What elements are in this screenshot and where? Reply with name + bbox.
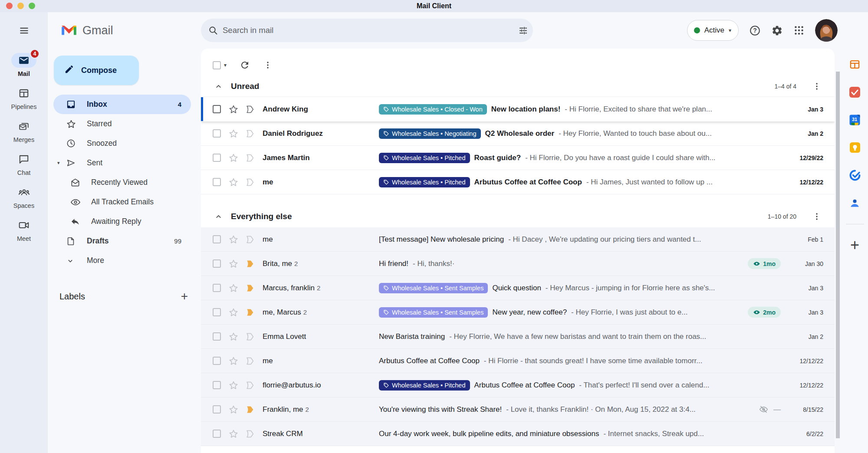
streak-box-icon[interactable]: [245, 235, 255, 244]
nav-item-recently-viewed[interactable]: Recently Viewed: [53, 173, 191, 192]
row-checkbox[interactable]: [213, 105, 221, 113]
star-icon[interactable]: [228, 104, 239, 115]
refresh-icon[interactable]: [240, 60, 250, 70]
contacts-icon[interactable]: [846, 194, 864, 212]
row-checkbox[interactable]: [213, 308, 221, 316]
apps-grid-icon[interactable]: [793, 25, 805, 36]
email-row[interactable]: Daniel RodriguezWholesale Sales • Negoti…: [201, 121, 835, 146]
streak-box-icon[interactable]: [245, 332, 255, 341]
close-window-button[interactable]: [6, 3, 13, 9]
streak-box-icon[interactable]: [245, 405, 255, 414]
star-icon[interactable]: [228, 356, 239, 366]
row-checkbox[interactable]: [213, 381, 221, 389]
star-icon[interactable]: [228, 177, 239, 187]
row-checkbox[interactable]: [213, 259, 221, 268]
calendar-icon[interactable]: 31: [846, 111, 864, 128]
select-dropdown-icon[interactable]: ▾: [224, 62, 227, 68]
streak-box-icon[interactable]: [245, 429, 255, 439]
row-checkbox[interactable]: [213, 129, 221, 138]
row-checkbox[interactable]: [213, 178, 221, 186]
rail-item-pipelines[interactable]: Pipelines: [11, 86, 37, 110]
email-row[interactable]: meArbutus Coffee at Coffee Coop- Hi Flor…: [201, 349, 835, 373]
streak-box-icon[interactable]: [245, 153, 255, 163]
email-row[interactable]: Franklin, me2You're viewing this with St…: [201, 397, 835, 422]
email-row[interactable]: Andrew KingWholesale Sales • Closed - Wo…: [201, 97, 835, 121]
expander-caret-icon[interactable]: ▾: [57, 160, 60, 166]
maximize-window-button[interactable]: [29, 3, 35, 9]
tasks-icon[interactable]: [846, 167, 864, 184]
rail-item-chat[interactable]: Chat: [11, 152, 36, 176]
section-more-options-icon[interactable]: [812, 82, 822, 91]
rail-item-mail[interactable]: 4Mail: [11, 53, 36, 77]
select-all-checkbox[interactable]: [213, 61, 221, 69]
email-row[interactable]: James MartinWholesale Sales • PitchedRoa…: [201, 146, 835, 170]
section-more-options-icon[interactable]: [812, 212, 822, 221]
row-checkbox[interactable]: [213, 284, 221, 292]
row-checkbox[interactable]: [213, 405, 221, 414]
email-row[interactable]: florrie@arbutus.ioWholesale Sales • Pitc…: [201, 373, 835, 397]
help-icon[interactable]: ?: [749, 25, 761, 36]
compose-button[interactable]: Compose: [54, 56, 139, 85]
nav-item-snoozed[interactable]: Snoozed: [53, 134, 191, 153]
email-row[interactable]: Brita, me2Hi friend!- Hi, thanks!·1moJan…: [201, 252, 835, 276]
gmail-logo[interactable]: Gmail: [48, 21, 201, 39]
star-icon[interactable]: [228, 307, 239, 318]
email-row[interactable]: Emma LovettNew Barista training- Hey Flo…: [201, 325, 835, 349]
more-options-icon[interactable]: [263, 60, 273, 70]
collapse-section-icon[interactable]: [214, 212, 223, 221]
user-avatar[interactable]: [815, 19, 838, 42]
star-icon[interactable]: [228, 128, 239, 139]
nav-item-sent[interactable]: ▾Sent: [53, 153, 191, 173]
settings-gear-icon[interactable]: [771, 25, 783, 36]
nav-item-more[interactable]: More: [53, 251, 191, 270]
row-checkbox[interactable]: [213, 430, 221, 438]
rail-item-merges[interactable]: Merges: [11, 119, 36, 143]
search-filter-icon[interactable]: [518, 25, 529, 36]
nav-item-all-tracked-emails[interactable]: All Tracked Emails: [53, 192, 191, 212]
streak-box-icon[interactable]: [245, 381, 255, 390]
email-row[interactable]: meWholesale Sales • PitchedArbutus Coffe…: [201, 170, 835, 194]
nav-item-drafts[interactable]: Drafts99: [53, 231, 191, 251]
rail-item-meet[interactable]: Meet: [11, 218, 36, 242]
streak-box-icon[interactable]: [245, 283, 255, 293]
email-row[interactable]: me[Test message] New wholesale pricing- …: [201, 227, 835, 252]
rail-item-spaces[interactable]: Spaces: [11, 185, 36, 209]
streak-box-icon[interactable]: [245, 259, 255, 269]
row-checkbox[interactable]: [213, 235, 221, 243]
email-row[interactable]: Marcus, franklin2Wholesale Sales • Sent …: [201, 276, 835, 300]
search-bar[interactable]: [201, 19, 533, 42]
streak-box-icon[interactable]: [245, 356, 255, 366]
search-input[interactable]: [222, 25, 518, 36]
streak-box-icon[interactable]: [245, 177, 255, 187]
email-row[interactable]: me, Marcus2Wholesale Sales • Sent Sample…: [201, 300, 835, 325]
star-icon[interactable]: [228, 153, 239, 163]
collapse-section-icon[interactable]: [214, 82, 223, 91]
nav-item-awaiting-reply[interactable]: Awaiting Reply: [53, 212, 191, 231]
nav-item-starred[interactable]: Starred: [53, 114, 191, 134]
star-icon[interactable]: [228, 429, 239, 439]
add-label-button[interactable]: +: [181, 290, 188, 302]
streak-pipelines-icon[interactable]: [846, 56, 864, 73]
status-dropdown[interactable]: Active ▾: [687, 20, 739, 41]
scrollbar-thumb[interactable]: [836, 72, 840, 438]
minimize-window-button[interactable]: [17, 3, 24, 9]
star-icon[interactable]: [228, 259, 239, 269]
mail-tracking-icon[interactable]: [846, 83, 864, 101]
row-checkbox[interactable]: [213, 332, 221, 341]
hamburger-menu-icon[interactable]: [18, 25, 30, 36]
streak-box-icon[interactable]: [245, 129, 255, 138]
streak-box-icon[interactable]: [245, 105, 255, 114]
star-icon[interactable]: [228, 332, 239, 342]
nav-item-inbox[interactable]: Inbox4: [53, 95, 191, 114]
star-icon[interactable]: [228, 380, 239, 391]
keep-icon[interactable]: [846, 139, 864, 156]
row-checkbox[interactable]: [213, 357, 221, 365]
get-addons-button[interactable]: +: [846, 236, 864, 254]
row-checkbox[interactable]: [213, 154, 221, 162]
star-icon[interactable]: [228, 283, 239, 293]
email-row[interactable]: Streak CRMOur 4-day work week, bulk pipe…: [201, 422, 835, 446]
star-icon[interactable]: [228, 234, 239, 245]
streak-box-icon[interactable]: [245, 308, 255, 317]
star-icon[interactable]: [228, 404, 239, 415]
search-icon[interactable]: [208, 25, 218, 36]
